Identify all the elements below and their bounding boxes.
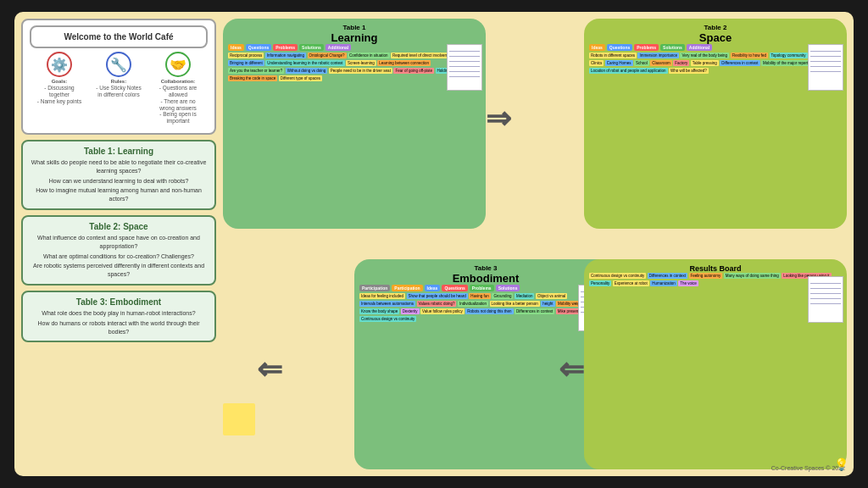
np-line — [449, 72, 480, 77]
collab-icon: 🤝 — [165, 52, 191, 77]
sticky: Robots not doing this then — [465, 308, 513, 314]
notepad-2 — [808, 44, 843, 91]
yellow-large-sticky — [223, 403, 255, 435]
sticky: Differences in context — [515, 308, 554, 314]
sticky: Personality — [589, 280, 611, 286]
t3q2: How do humans or robots interact with th… — [30, 319, 208, 336]
sticky: Table pressing — [691, 60, 719, 66]
sticky: Mediation — [515, 293, 535, 299]
t2q3: Are robotic systems perceived differentl… — [30, 262, 208, 279]
table1-section: Table 1: Learning What skills do people … — [21, 140, 216, 210]
sticky: Required level of direct involvement — [391, 53, 454, 58]
board1: Table 1 Learning Ideas Questions Problem… — [223, 19, 486, 229]
sticky: Breaking the code in space — [228, 75, 277, 81]
np-line — [810, 67, 841, 72]
cat-ideas-3: Participation — [392, 285, 422, 291]
notepad-1 — [447, 44, 482, 91]
table3-questions: What role does the body play in human-ro… — [30, 309, 208, 336]
sticky: Learning between connection — [377, 60, 431, 66]
goals-label: Goals: — [52, 79, 68, 85]
board2-header: Table 2 Space — [589, 24, 842, 44]
sticky: Feeling autonomy — [689, 273, 723, 279]
sticky: Information navigating — [265, 53, 306, 58]
cat-questions-1: Questions — [246, 44, 271, 51]
sticky: Caring Homes — [605, 60, 633, 66]
sticky: Factory — [673, 60, 689, 66]
cat-ideas-1: Ideas — [228, 44, 244, 51]
cat-solutions-2: Solutions — [660, 44, 685, 51]
sticky: Immersion importance — [637, 53, 679, 58]
board4-stickies: Continuous design vs continuity Differen… — [589, 273, 842, 286]
sticky: Value follow rules policy — [420, 308, 465, 314]
sticky: Looking like a better person — [490, 301, 540, 307]
sticky: Differences in context — [648, 273, 687, 279]
board1-categories: Ideas Questions Problems Solutions Addit… — [228, 44, 481, 51]
sticky: Screen-learning — [346, 60, 376, 66]
sticky: Who will be affected? — [669, 68, 709, 74]
welcome-box: Welcome to the World Café ⚙️ Goals: - Di… — [21, 19, 216, 135]
arrow-right-bottom: ⇐ — [559, 354, 584, 385]
sticky: Many ways of doing same thing — [724, 273, 781, 279]
board2-stickies: Robots in different spaces Immersion imp… — [589, 53, 842, 74]
t1q3: How to imagine mutual learning among hum… — [30, 186, 208, 203]
rules-text: - Use Sticky Notes in different colors — [96, 85, 141, 98]
sticky: Are you the teacher or learner? — [228, 68, 284, 74]
sticky: Grounding — [492, 293, 513, 299]
left-panel: Welcome to the World Café ⚙️ Goals: - Di… — [21, 19, 216, 469]
board1-header: Table 1 Learning — [228, 24, 481, 44]
sticky: Confidence in situation — [348, 53, 390, 58]
sticky: Robots in different spaces — [589, 53, 637, 58]
sticky: Show that people should be heard — [407, 293, 468, 299]
sticky: height — [541, 301, 554, 307]
board1-topic: Learning — [228, 31, 481, 44]
table2-questions: What influence do context and space have… — [30, 234, 208, 279]
cat-questions-3: Ideas — [425, 285, 441, 291]
np-line — [810, 299, 841, 304]
arrow-right-top: ⇒ — [486, 103, 511, 134]
sticky: School — [634, 60, 649, 66]
sticky: Fear of going off-piste — [393, 68, 434, 74]
collab-icon-item: 🤝 Collaboration: - Questions are allowed… — [153, 52, 203, 125]
sticky: Differences in context — [720, 60, 760, 66]
table2-section: Table 2: Space What influence do context… — [21, 215, 216, 286]
sticky: Having fun — [469, 293, 491, 299]
board2-topic: Space — [589, 31, 842, 44]
sticky: Topology community — [770, 53, 808, 58]
goals-icon-item: ⚙️ Goals: - Discussing together - Name k… — [34, 52, 85, 125]
cat-additional-1: Additional — [326, 44, 351, 51]
cat-problems-1: Problems — [273, 44, 298, 51]
goals-icon: ⚙️ — [47, 52, 72, 77]
board2-table-label: Table 2 — [589, 24, 842, 31]
cat-questions-2: Questions — [607, 44, 632, 51]
sticky: Without doing vs doing — [286, 68, 328, 74]
sticky: Reciprocal process — [228, 53, 264, 58]
t3q1: What role does the body play in human-ro… — [30, 309, 208, 318]
t2q1: What influence do context and space have… — [30, 234, 208, 251]
board3-stickies: Ideas for feeling included Show that peo… — [359, 293, 612, 322]
board3-header: Table 3 Embodiment — [359, 264, 612, 285]
board3-topic: Embodiment — [359, 272, 612, 285]
welcome-title: Welcome to the World Café — [30, 25, 208, 48]
sticky: Clinics — [589, 60, 604, 66]
board4-header: Results Board — [589, 264, 842, 273]
rules-label: Rules: — [111, 79, 126, 85]
table3-title: Table 3: Embodiment — [30, 297, 208, 307]
board4: Results Board Continuous design vs conti… — [584, 259, 847, 469]
rules-icon: 🔧 — [106, 52, 131, 77]
cat-solutions-3: Problems — [470, 285, 494, 291]
t2q2: What are optimal conditions for co-creat… — [30, 252, 208, 261]
sticky: Experience at robot — [613, 280, 649, 286]
sticky: Humanization — [650, 280, 677, 286]
sticky: Very real of the body being — [680, 53, 729, 58]
board2: Table 2 Space Ideas Questions Problems S… — [584, 19, 847, 229]
sticky: Bringing in different — [228, 60, 264, 66]
board3-table-label: Table 3 — [359, 264, 612, 272]
table1-questions: What skills do people need to be able to… — [30, 158, 208, 203]
board3-categories: Participation Participation Ideas Questi… — [359, 285, 612, 291]
sticky: Continuous design vs continuity — [589, 273, 646, 279]
sticky: Understanding learning in the robotic co… — [265, 60, 344, 66]
welcome-icons: ⚙️ Goals: - Discussing together - Name k… — [30, 52, 208, 125]
rules-icon-item: 🔧 Rules: - Use Sticky Notes in different… — [93, 52, 144, 125]
table1-title: Table 1: Learning — [30, 147, 208, 156]
sticky: Ideas for feeling included — [359, 293, 405, 299]
